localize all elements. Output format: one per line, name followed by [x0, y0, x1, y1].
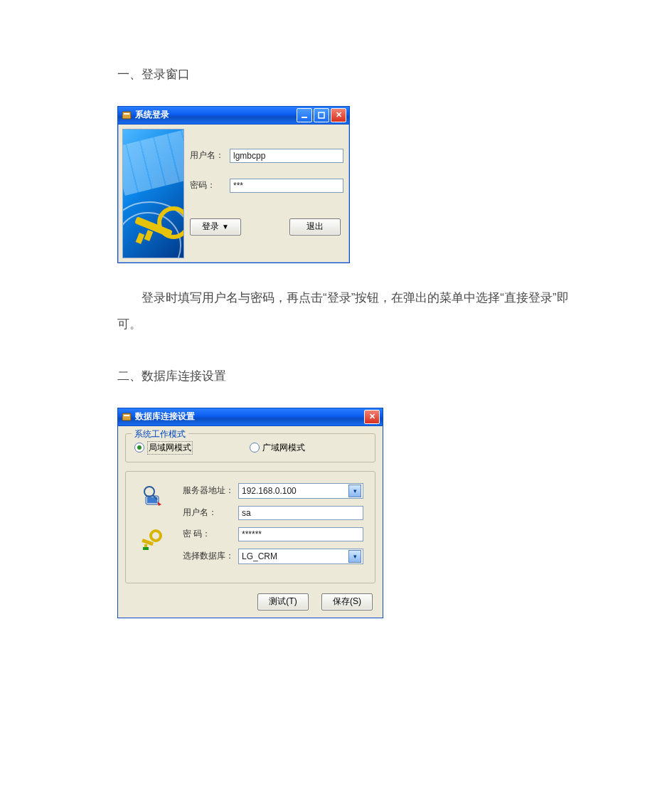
- password-input[interactable]: [230, 179, 343, 193]
- login-button[interactable]: 登录 ▼: [190, 218, 241, 236]
- login-titlebar[interactable]: 系统登录 ✕: [118, 107, 349, 125]
- server-value: 192.168.0.100: [242, 486, 348, 496]
- svg-point-8: [144, 487, 154, 497]
- svg-rect-3: [319, 112, 324, 118]
- minimize-button[interactable]: [297, 108, 312, 122]
- section-2-heading: 二、数据库连接设置: [117, 366, 572, 388]
- svg-rect-4: [122, 413, 131, 420]
- db-select-value: LG_CRM: [242, 551, 348, 561]
- mode-group-title: 系统工作模式: [132, 428, 188, 440]
- server-icon: [140, 485, 164, 509]
- svg-point-10: [151, 531, 161, 541]
- server-label: 服务器地址：: [183, 485, 238, 497]
- db-title: 数据库连接设置: [135, 411, 195, 423]
- test-button[interactable]: 测试(T): [257, 593, 309, 610]
- dropdown-caret-icon[interactable]: ▾: [348, 550, 361, 563]
- exit-button-label: 退出: [306, 221, 324, 233]
- paragraph-1: 登录时填写用户名与密码，再点击“登录”按钮，在弹出的菜单中选择“直接登录”即可。: [117, 285, 572, 338]
- close-button[interactable]: ✕: [331, 108, 346, 122]
- server-combo[interactable]: 192.168.0.100 ▾: [238, 483, 363, 499]
- dropdown-caret-icon[interactable]: ▾: [348, 485, 361, 497]
- login-window: 系统登录 ✕ 用户名： 密码：: [117, 106, 350, 263]
- svg-rect-0: [122, 112, 131, 119]
- radio-dot-icon: [250, 443, 260, 453]
- username-label: 用户名：: [190, 149, 230, 162]
- login-button-label: 登录: [202, 221, 219, 233]
- maximize-button[interactable]: [314, 108, 329, 122]
- app-icon: [121, 110, 132, 121]
- radio-wan[interactable]: 广域网模式: [250, 442, 305, 454]
- db-select-label: 选择数据库：: [183, 550, 238, 562]
- svg-rect-5: [124, 415, 129, 416]
- login-title: 系统登录: [135, 109, 169, 121]
- test-button-label: 测试(T): [269, 596, 297, 608]
- db-select-combo[interactable]: LG_CRM ▾: [238, 549, 363, 564]
- radio-dot-icon: [134, 443, 144, 453]
- password-label: 密码：: [190, 179, 230, 191]
- dropdown-caret-icon: ▼: [222, 223, 229, 231]
- radio-lan-label: 局域网模式: [147, 441, 193, 455]
- login-decorative-image: [122, 129, 184, 258]
- db-user-input[interactable]: [238, 506, 363, 520]
- app-icon: [121, 411, 132, 423]
- db-window: 数据库连接设置 ✕ 系统工作模式 局域网模式 广域网模式: [117, 408, 383, 618]
- radio-wan-label: 广域网模式: [262, 442, 305, 454]
- db-titlebar[interactable]: 数据库连接设置 ✕: [118, 408, 383, 426]
- mode-groupbox: 系统工作模式 局域网模式 广域网模式: [125, 433, 375, 462]
- db-pwd-label: 密 码：: [183, 528, 238, 540]
- db-pwd-input[interactable]: [238, 527, 363, 541]
- section-1-heading: 一、登录窗口: [117, 64, 572, 86]
- username-input[interactable]: [230, 149, 343, 163]
- save-button-label: 保存(S): [333, 596, 361, 608]
- db-user-label: 用户名：: [183, 507, 238, 519]
- save-button[interactable]: 保存(S): [321, 593, 373, 610]
- svg-rect-2: [302, 117, 307, 118]
- exit-button[interactable]: 退出: [289, 218, 341, 236]
- svg-rect-1: [124, 113, 129, 115]
- key-icon: [140, 527, 164, 551]
- close-button[interactable]: ✕: [364, 410, 380, 424]
- connection-panel: 服务器地址： 192.168.0.100 ▾ 用户名： 密 码： 选择数据库：: [125, 471, 375, 583]
- radio-lan[interactable]: 局域网模式: [134, 441, 193, 455]
